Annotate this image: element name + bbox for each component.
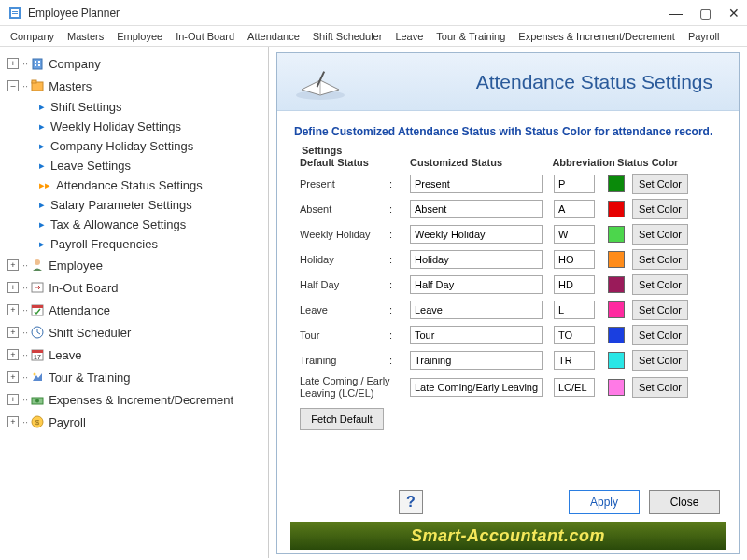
status-row: Training:Set Color bbox=[300, 350, 716, 371]
menu-employee[interactable]: Employee bbox=[110, 29, 169, 44]
expander-icon[interactable]: + bbox=[7, 327, 19, 338]
tree-node-leave[interactable]: +··17Leave bbox=[0, 343, 268, 366]
abbr-input[interactable] bbox=[554, 275, 595, 294]
header-color: Status Color bbox=[617, 157, 692, 168]
maximize-button[interactable]: ▢ bbox=[699, 6, 712, 21]
arrow-icon: ▸ bbox=[39, 238, 45, 250]
abbr-input[interactable] bbox=[554, 351, 595, 370]
set-color-button[interactable]: Set Color bbox=[632, 249, 688, 270]
fetch-default-button[interactable]: Fetch Default bbox=[300, 408, 384, 430]
set-color-button[interactable]: Set Color bbox=[632, 199, 688, 219]
color-swatch bbox=[608, 226, 625, 243]
custom-status-input[interactable] bbox=[410, 200, 543, 218]
tree-node-employee[interactable]: +··Employee bbox=[0, 254, 268, 276]
expander-icon[interactable]: + bbox=[7, 259, 19, 271]
tree-child-leave-settings[interactable]: ▸Leave Settings bbox=[0, 156, 268, 175]
tree-node-attendance[interactable]: +··Attendance bbox=[0, 299, 268, 321]
svg-rect-4 bbox=[33, 59, 42, 69]
status-row: Present:Set Color bbox=[300, 174, 716, 194]
node-label: Payroll bbox=[49, 415, 86, 429]
menu-shift[interactable]: Shift Scheduler bbox=[306, 29, 389, 44]
set-color-button[interactable]: Set Color bbox=[632, 274, 688, 295]
tree-child-weekly-holiday-settings[interactable]: ▸Weekly Holiday Settings bbox=[0, 117, 268, 136]
set-color-button[interactable]: Set Color bbox=[632, 377, 688, 398]
default-status-label: Holiday bbox=[300, 254, 389, 265]
tree-child-salary-parameter-settings[interactable]: ▸Salary Parameter Settings bbox=[0, 195, 268, 215]
sidebar: +··Company–··Masters▸Shift Settings▸Week… bbox=[0, 47, 269, 558]
custom-status-input[interactable] bbox=[410, 378, 543, 397]
abbr-input[interactable] bbox=[554, 326, 595, 344]
menu-payroll[interactable]: Payroll bbox=[682, 29, 726, 44]
expander-icon[interactable]: + bbox=[7, 282, 19, 293]
tree-node-shift-scheduler[interactable]: +··Shift Scheduler bbox=[0, 321, 268, 343]
custom-status-input[interactable] bbox=[410, 326, 543, 344]
apply-button[interactable]: Apply bbox=[569, 490, 640, 514]
menu-attendance[interactable]: Attendance bbox=[241, 29, 306, 44]
minimize-button[interactable]: — bbox=[669, 6, 683, 21]
set-color-button[interactable]: Set Color bbox=[632, 224, 688, 245]
menu-expenses[interactable]: Expenses & Increment/Decrement bbox=[512, 29, 682, 44]
abbr-input[interactable] bbox=[554, 301, 595, 319]
tree-node-in-out-board[interactable]: +··In-Out Board bbox=[0, 276, 268, 299]
set-color-button[interactable]: Set Color bbox=[632, 174, 688, 194]
set-color-button[interactable]: Set Color bbox=[632, 300, 688, 320]
node-label: Tour & Training bbox=[49, 371, 130, 385]
custom-status-input[interactable] bbox=[410, 225, 543, 244]
expander-icon[interactable]: + bbox=[7, 304, 19, 315]
node-icon bbox=[30, 78, 45, 93]
node-label: Leave bbox=[49, 348, 81, 362]
custom-status-input[interactable] bbox=[410, 175, 543, 193]
expander-icon[interactable]: + bbox=[7, 349, 19, 360]
node-icon bbox=[30, 258, 45, 273]
color-swatch bbox=[608, 201, 625, 217]
tree-node-company[interactable]: +··Company bbox=[0, 52, 268, 75]
arrow-icon: ▸ bbox=[39, 218, 45, 231]
header-default: Default Status bbox=[300, 157, 410, 168]
status-row: Tour:Set Color bbox=[300, 325, 716, 345]
set-color-button[interactable]: Set Color bbox=[632, 325, 688, 345]
custom-status-input[interactable] bbox=[410, 250, 543, 269]
expander-icon[interactable]: + bbox=[7, 371, 19, 383]
menu-inout[interactable]: In-Out Board bbox=[169, 29, 241, 44]
close-button[interactable]: Close bbox=[649, 490, 720, 514]
expander-icon[interactable]: – bbox=[7, 80, 19, 91]
help-button[interactable]: ? bbox=[399, 490, 423, 514]
color-swatch bbox=[608, 175, 625, 192]
abbr-input[interactable] bbox=[554, 225, 595, 244]
menu-masters[interactable]: Masters bbox=[61, 29, 110, 44]
expander-icon[interactable]: + bbox=[7, 394, 19, 405]
menu-leave[interactable]: Leave bbox=[388, 29, 430, 44]
status-row: Absent:Set Color bbox=[300, 199, 716, 219]
tree-child-tax-allowance-settings[interactable]: ▸Tax & Allowance Settings bbox=[0, 215, 268, 234]
child-label: Payroll Frequencies bbox=[50, 237, 158, 251]
node-label: Employee bbox=[49, 259, 103, 273]
tree-child-payroll-frequencies[interactable]: ▸Payroll Frequencies bbox=[0, 234, 268, 254]
abbr-input[interactable] bbox=[554, 250, 595, 269]
tree-child-attendance-status-settings[interactable]: ▸▸Attendance Status Settings bbox=[0, 175, 268, 195]
custom-status-input[interactable] bbox=[410, 275, 543, 294]
tree-child-shift-settings[interactable]: ▸Shift Settings bbox=[0, 97, 268, 117]
tree-node-expenses-increment-decrement[interactable]: +··Expenses & Increment/Decrement bbox=[0, 388, 268, 411]
abbr-input[interactable] bbox=[554, 200, 595, 218]
expander-icon[interactable]: + bbox=[7, 416, 19, 427]
default-status-label: Present bbox=[300, 178, 389, 189]
arrow-icon: ▸ bbox=[39, 140, 45, 152]
expander-icon[interactable]: + bbox=[7, 58, 19, 69]
custom-status-input[interactable] bbox=[410, 301, 543, 319]
node-label: Expenses & Increment/Decrement bbox=[49, 393, 233, 407]
menu-tour[interactable]: Tour & Training bbox=[430, 29, 512, 44]
set-color-button[interactable]: Set Color bbox=[632, 350, 688, 371]
menu-company[interactable]: Company bbox=[4, 29, 61, 44]
abbr-input[interactable] bbox=[554, 378, 595, 397]
child-label: Salary Parameter Settings bbox=[50, 198, 192, 212]
tree-node-tour-training[interactable]: +··Tour & Training bbox=[0, 366, 268, 388]
svg-rect-8 bbox=[38, 64, 40, 66]
abbr-input[interactable] bbox=[554, 175, 595, 193]
close-window-button[interactable]: ✕ bbox=[728, 6, 740, 21]
custom-status-input[interactable] bbox=[410, 351, 543, 370]
tree-node-payroll[interactable]: +··$Payroll bbox=[0, 411, 268, 433]
header-abbr: Abbreviation bbox=[550, 157, 617, 168]
tree-node-masters[interactable]: –··Masters bbox=[0, 75, 268, 97]
tree-child-company-holiday-settings[interactable]: ▸Company Holiday Settings bbox=[0, 136, 268, 156]
child-label: Weekly Holiday Settings bbox=[50, 119, 181, 133]
